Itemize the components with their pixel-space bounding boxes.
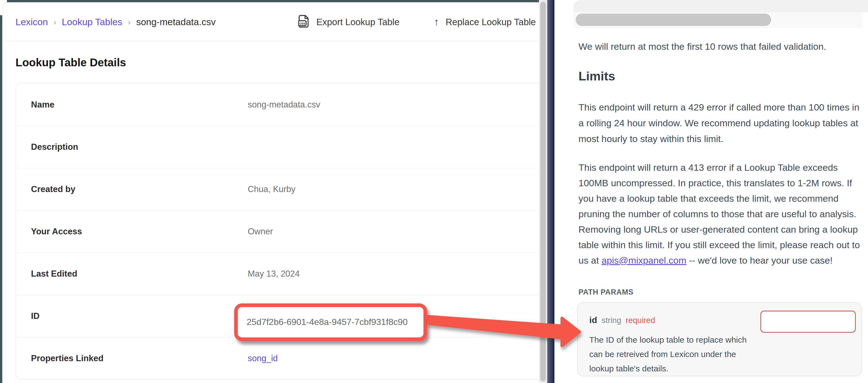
breadcrumb-lexicon[interactable]: Lexicon: [16, 16, 48, 27]
breadcrumb-current-file: song-metadata.csv: [136, 16, 216, 27]
path-params-label: PATH PARAMS: [579, 288, 633, 297]
docs-intro-text: We will return at most the first 10 rows…: [579, 39, 863, 55]
upload-arrow-icon: ↑: [434, 16, 439, 28]
row-value: Owner: [248, 227, 273, 237]
docs-horizontal-scrollbar-thumb[interactable]: [576, 13, 771, 26]
replace-lookup-table-button[interactable]: ↑ Replace Lookup Table: [434, 2, 536, 41]
detail-row-created-by: Created by Chua, Kurby: [16, 168, 539, 210]
row-label: Properties Linked: [31, 353, 103, 363]
limits-paragraph-2-tail: -- we'd love to hear your use case!: [686, 255, 833, 266]
svg-text:csv: csv: [299, 21, 305, 26]
limits-paragraph-1: This endpoint will return a 429 error if…: [579, 100, 863, 147]
detail-row-description: Description: [16, 126, 539, 168]
left-window-scrollbar[interactable]: [539, 0, 547, 383]
row-label: Name: [31, 100, 54, 110]
detail-row-name: Name song-metadata.csv: [16, 83, 539, 126]
breadcrumb: Lexicon › Lookup Tables › song-metadata.…: [16, 2, 216, 41]
window-divider: [547, 0, 554, 383]
row-label: Created by: [31, 184, 75, 194]
detail-row-last-edited: Last Edited May 13, 2024: [16, 252, 539, 295]
export-lookup-table-button[interactable]: csv Export Lookup Table: [298, 2, 399, 41]
limits-heading: Limits: [579, 69, 615, 83]
param-required-badge: required: [625, 316, 655, 325]
docs-gray-header: [574, 0, 868, 12]
row-value: song-metadata.csv: [248, 100, 320, 110]
docs-horizontal-scrollbar[interactable]: [574, 12, 863, 28]
lexicon-header: Lexicon › Lookup Tables › song-metadata.…: [2, 2, 539, 41]
replace-button-label: Replace Lookup Table: [445, 17, 536, 27]
breadcrumb-separator-icon: ›: [54, 18, 56, 27]
param-type: string: [601, 316, 621, 325]
export-button-label: Export Lookup Table: [316, 17, 399, 27]
param-name: id: [589, 315, 597, 325]
lookup-table-id-value: 25d7f2b6-6901-4e8a-9457-7cbf931f8c90: [247, 307, 408, 337]
breadcrumb-lookup-tables[interactable]: Lookup Tables: [62, 16, 122, 27]
id-annotation-box: 25d7f2b6-6901-4e8a-9457-7cbf931f8c90: [234, 304, 427, 341]
api-docs-window: We will return at most the first 10 rows…: [554, 0, 868, 383]
path-param-card: id string required The ID of the lookup …: [577, 302, 862, 376]
detail-row-properties-linked: Properties Linked song_id: [16, 337, 539, 379]
row-label: Description: [31, 142, 78, 152]
limits-paragraph-2-text: This endpoint will return a 413 error if…: [579, 162, 860, 266]
page-title: Lookup Table Details: [16, 56, 126, 69]
detail-row-your-access: Your Access Owner: [16, 210, 539, 252]
row-label: Last Edited: [31, 269, 77, 279]
param-description: The ID of the lookup table to replace wh…: [589, 333, 751, 376]
row-label: ID: [31, 311, 39, 321]
linked-property-song-id[interactable]: song_id: [248, 353, 278, 363]
apis-mixpanel-email-link[interactable]: apis@mixpanel.com: [601, 255, 686, 266]
row-value: May 13, 2024: [248, 269, 300, 279]
param-header: id string required: [589, 315, 655, 325]
breadcrumb-separator-icon: ›: [128, 18, 131, 27]
limits-paragraph-2: This endpoint will return a 413 error if…: [579, 160, 865, 268]
desktop-background-strip-top: [7, 0, 554, 2]
lexicon-window: Lexicon › Lookup Tables › song-metadata.…: [2, 2, 539, 383]
desktop-background-strip-left: [0, 15, 2, 383]
row-value: Chua, Kurby: [248, 184, 295, 194]
left-window-scrollbar-thumb[interactable]: [540, 2, 546, 381]
row-label: Your Access: [31, 227, 82, 237]
param-id-input[interactable]: [760, 311, 856, 333]
csv-file-icon: csv: [298, 14, 310, 30]
